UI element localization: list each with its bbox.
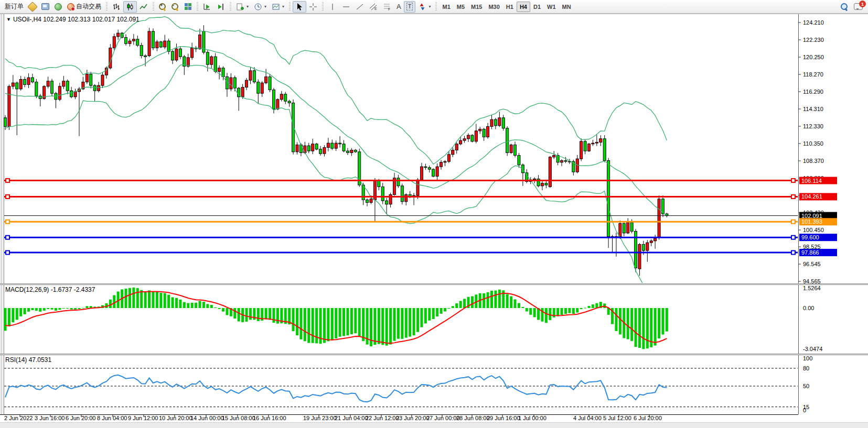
arrows-button[interactable]: ▾ — [415, 1, 433, 13]
trendline-button[interactable] — [353, 1, 367, 13]
equidistant-channel-icon: E — [369, 3, 378, 11]
text-button[interactable]: A — [394, 1, 404, 13]
chart-ohlc-values: 102.249 102.313 102.017 102.091 — [43, 16, 140, 23]
autotrading-button[interactable]: 自动交易 — [65, 1, 104, 13]
gold-diamond-icon — [27, 2, 38, 12]
svg-text:1 Jul 00:00: 1 Jul 00:00 — [518, 415, 546, 421]
vertical-line-button[interactable] — [326, 1, 339, 13]
fibonacci-button[interactable]: F — [380, 1, 394, 13]
svg-text:101.393: 101.393 — [801, 218, 822, 225]
toolbar-grip — [153, 2, 154, 12]
tile-windows-button[interactable] — [181, 1, 195, 13]
dropdown-arrow-icon: ▾ — [247, 4, 249, 9]
toolbar-grip — [230, 2, 231, 12]
crosshair-button[interactable] — [306, 1, 320, 13]
svg-text:22 Jun 12:00: 22 Jun 12:00 — [366, 415, 399, 421]
new-order-button[interactable]: 新订单 — [2, 1, 26, 13]
rsi-value: 47.0531 — [29, 356, 51, 364]
tf-button-MN[interactable]: MN — [559, 2, 574, 12]
macd-main-value: -1.6737 — [51, 286, 72, 293]
zoom-out-icon: - — [172, 3, 179, 10]
auto-scroll-icon — [203, 3, 211, 11]
svg-text:16 Jun 16:00: 16 Jun 16:00 — [253, 415, 286, 421]
new-chart-button[interactable]: ▾ — [233, 1, 251, 13]
terminal-icon — [41, 3, 49, 10]
toolbar-grip — [435, 2, 437, 12]
equidistant-channel-button[interactable]: E — [367, 1, 380, 13]
toolbar-grip — [106, 2, 108, 12]
candlestick-icon — [126, 3, 134, 11]
svg-text:104.261: 104.261 — [801, 193, 822, 200]
candlestick-chart-button[interactable] — [123, 1, 137, 13]
svg-text:97.866: 97.866 — [801, 249, 819, 256]
svg-text:E: E — [374, 7, 377, 10]
svg-text:0.00: 0.00 — [803, 305, 814, 311]
horizontal-line-button[interactable] — [339, 1, 353, 13]
bar-chart-icon — [112, 3, 121, 11]
search-icon — [841, 3, 848, 10]
tf-button-M5[interactable]: M5 — [454, 2, 468, 12]
svg-text:100.450: 100.450 — [803, 227, 824, 233]
svg-text:29 Jun 16:00: 29 Jun 16:00 — [487, 415, 520, 421]
svg-text:23 Jun 20:00: 23 Jun 20:00 — [396, 415, 430, 421]
svg-text:28 Jun 08:00: 28 Jun 08:00 — [456, 415, 490, 421]
dropdown-arrow-icon: ▾ — [282, 4, 284, 9]
svg-text:116.290: 116.290 — [803, 89, 823, 95]
bar-chart-button[interactable] — [110, 1, 123, 13]
line-chart-button[interactable] — [137, 1, 151, 13]
dropdown-arrow-icon: ▾ — [264, 4, 266, 9]
svg-text:118.270: 118.270 — [803, 71, 823, 78]
chart-canvas[interactable]: 124.210122.230120.250118.270116.290114.3… — [0, 0, 868, 428]
navigator-icon — [55, 3, 62, 10]
text-label-icon: T — [406, 3, 413, 10]
search-button[interactable] — [838, 1, 851, 13]
arrows-icon — [418, 3, 426, 11]
tf-button-M30[interactable]: M30 — [485, 2, 502, 12]
svg-text:27 Jun 00:00: 27 Jun 00:00 — [426, 415, 460, 421]
vertical-line-icon — [328, 3, 337, 11]
tf-button-M15[interactable]: M15 — [468, 2, 485, 12]
chart-title: ▼USOil-,H4 102.249 102.313 102.017 102.0… — [6, 16, 140, 23]
notification-badge: 1 — [859, 1, 866, 7]
auto-scroll-button[interactable] — [200, 1, 214, 13]
chevron-down-icon[interactable]: ▼ — [6, 17, 11, 22]
svg-text:110.350: 110.350 — [803, 140, 823, 147]
svg-text:100: 100 — [803, 355, 812, 361]
svg-text:8 Jun 04:00: 8 Jun 04:00 — [97, 415, 127, 421]
svg-text:9 Jun 12:00: 9 Jun 12:00 — [128, 415, 158, 421]
rsi-name: RSI(14) — [5, 356, 27, 364]
macd-name: MACD(12,26,9) — [5, 286, 49, 293]
tf-button-M1[interactable]: M1 — [439, 2, 453, 12]
text-label-button[interactable]: T — [404, 1, 416, 13]
tf-button-D1[interactable]: D1 — [530, 2, 544, 12]
svg-text:0: 0 — [803, 407, 806, 413]
chat-button[interactable]: 1 — [854, 3, 863, 10]
timeframes-menu-button[interactable]: ▾ — [251, 1, 269, 13]
templates-button[interactable]: ▾ — [269, 1, 287, 13]
zoom-in-button[interactable]: + — [156, 1, 169, 13]
cursor-icon — [295, 3, 304, 11]
svg-text:114.310: 114.310 — [803, 106, 823, 112]
svg-text:112.330: 112.330 — [803, 123, 823, 129]
tf-button-H1[interactable]: H1 — [503, 2, 517, 12]
line-chart-icon — [140, 3, 148, 11]
svg-text:108.370: 108.370 — [803, 158, 824, 164]
svg-text:80: 80 — [803, 365, 809, 371]
tf-button-H4[interactable]: H4 — [517, 2, 530, 12]
templates-icon — [272, 3, 280, 11]
crosshair-icon — [309, 3, 317, 11]
tf-button-W1[interactable]: W1 — [544, 2, 559, 12]
svg-text:1.5264: 1.5264 — [803, 285, 821, 291]
panel-backgrounds — [0, 14, 868, 428]
terminal-button[interactable] — [39, 1, 52, 13]
chart-shift-button[interactable] — [214, 1, 228, 13]
gold-diamond-button[interactable] — [26, 1, 39, 13]
zoom-out-button[interactable]: - — [169, 1, 181, 13]
svg-text:106.114: 106.114 — [801, 178, 822, 184]
text-icon: A — [397, 3, 401, 10]
svg-text:122.230: 122.230 — [803, 37, 824, 43]
navigator-button[interactable] — [52, 1, 65, 13]
svg-text:124.210: 124.210 — [803, 19, 824, 26]
cursor-button[interactable] — [293, 1, 306, 13]
fibonacci-icon: F — [383, 3, 391, 11]
